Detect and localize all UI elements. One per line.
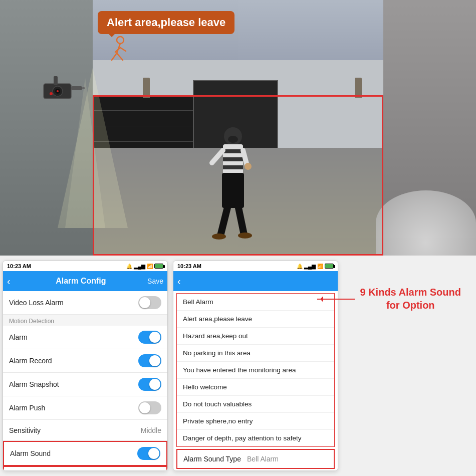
status-icons-left: 🔔 ▂▄▆ 📶: [126, 264, 163, 269]
running-person-icon: [98, 34, 133, 69]
settings-list-left: Video Loss Alarm Motion Detection Alarm …: [3, 291, 167, 470]
svg-line-24: [112, 53, 117, 60]
alert-speech-bubble: Alert area,please leave: [98, 11, 234, 34]
svg-rect-13: [223, 165, 243, 169]
svg-rect-6: [82, 87, 85, 89]
annotation-text-line2: for Option: [360, 299, 461, 312]
time-left: 10:23 AM: [7, 263, 31, 269]
toggle-knob: [139, 297, 150, 308]
alarm-push-toggle[interactable]: [138, 401, 161, 414]
svg-line-15: [243, 150, 247, 165]
status-bar-left: 10:23 AM 🔔 ▂▄▆ 📶: [3, 261, 167, 271]
nav-title-left: Alarm Config: [15, 277, 147, 286]
toggle-knob: [149, 332, 160, 343]
battery-icon-left: [154, 264, 163, 269]
annotation-text-line1: 9 Kinds Alarm Sound: [360, 286, 461, 299]
wall-light-right-icon: [355, 78, 362, 98]
dropdown-item-0[interactable]: Bell Alarm: [177, 294, 334, 311]
nav-bar-left: ‹ Alarm Config Save: [3, 271, 167, 291]
alarm-snapshot-row: Alarm Snapshot: [3, 373, 167, 396]
alarm-row: Alarm: [3, 326, 167, 349]
save-button-left[interactable]: Save: [147, 277, 163, 285]
signal-bars: ▂▄▆: [134, 264, 145, 269]
annotation-arrow: [317, 299, 355, 300]
sensitivity-label: Sensitivity: [9, 426, 41, 434]
sensitivity-value: Middle: [141, 426, 161, 434]
alarm-sound-row: Alarm Sound: [3, 441, 167, 466]
dropdown-item-6[interactable]: Do not touch valuables: [177, 396, 334, 413]
svg-point-20: [238, 232, 252, 239]
svg-point-22: [117, 37, 124, 44]
dropdown-item-7[interactable]: Private sphere,no entry: [177, 413, 334, 430]
camera-icon: [41, 76, 86, 104]
toggle-knob: [149, 379, 160, 390]
toggle-knob: [148, 448, 159, 459]
back-button-left[interactable]: ‹: [7, 276, 11, 287]
annotation-box: 9 Kinds Alarm Sound for Option: [360, 286, 461, 312]
alarm-snapshot-label: Alarm Snapshot: [9, 380, 59, 388]
dropdown-item-8[interactable]: Danger of depth, pay attention to safety: [177, 430, 334, 446]
alarm-push-label: Alarm Push: [9, 404, 45, 412]
svg-line-14: [212, 150, 223, 163]
sensitivity-row: Sensitivity Middle: [3, 420, 167, 441]
alarm-sound-type-footer-label: Alarm Sound Type: [183, 455, 241, 463]
status-icons-right: 🔔 ▂▄▆ 📶: [297, 264, 334, 269]
bottom-section: 10:23 AM 🔔 ▂▄▆ 📶 ‹ Alarm Config Save Vid…: [0, 256, 476, 476]
dropdown-list: Bell Alarm Alert area,please leave Hazar…: [176, 293, 335, 447]
svg-point-19: [212, 233, 226, 240]
dropdown-overlay: Bell Alarm Alert area,please leave Hazar…: [173, 291, 338, 470]
svg-line-17: [220, 205, 228, 235]
dropdown-item-3[interactable]: No parking in this area: [177, 345, 334, 362]
svg-rect-16: [222, 173, 244, 208]
alarm-sound-toggle[interactable]: [137, 447, 160, 460]
alarm-sound-type-footer[interactable]: Alarm Sound Type Bell Alarm: [176, 449, 335, 469]
phone-right: 10:23 AM 🔔 ▂▄▆ 📶 ‹ Bell Alarm Alert area…: [173, 261, 338, 471]
alarm-push-row: Alarm Push: [3, 396, 167, 420]
video-loss-alarm-row: Video Loss Alarm: [3, 291, 167, 315]
time-right: 10:23 AM: [177, 263, 201, 269]
alarm-snapshot-toggle[interactable]: [138, 378, 161, 391]
video-loss-alarm-toggle[interactable]: [138, 296, 161, 309]
hero-section: Alert area,please leave: [0, 0, 476, 256]
alarm-sound-label: Alarm Sound: [10, 449, 51, 457]
alarm-toggle[interactable]: [138, 331, 161, 344]
wifi-icon: 📶: [147, 264, 153, 269]
alarm-icon: 🔔: [126, 264, 132, 269]
bushes-right: [376, 190, 476, 256]
dropdown-item-2[interactable]: Hazard area,keep out: [177, 328, 334, 345]
dropdown-item-4[interactable]: You have entered the monitoring area: [177, 362, 334, 379]
wall-light-left-icon: [143, 78, 150, 98]
svg-point-21: [245, 163, 252, 170]
toggle-knob: [139, 402, 150, 413]
alarm-icon-r: 🔔: [297, 264, 303, 269]
alarm-label: Alarm: [9, 333, 28, 341]
alarm-record-toggle[interactable]: [138, 354, 161, 367]
intruder-figure: [208, 125, 258, 241]
nav-bar-right: ‹: [173, 271, 338, 291]
battery-icon-right: [325, 264, 334, 269]
signal-bars-r: ▂▄▆: [304, 264, 316, 269]
video-loss-alarm-label: Video Loss Alarm: [9, 299, 64, 307]
svg-line-27: [120, 48, 126, 51]
svg-point-4: [50, 92, 53, 95]
alarm-sound-type-footer-value: Bell Alarm: [247, 455, 279, 463]
dropdown-item-5[interactable]: Hello welcome: [177, 379, 334, 396]
alarm-record-label: Alarm Record: [9, 357, 52, 365]
status-bar-right: 10:23 AM 🔔 ▂▄▆ 📶: [173, 261, 338, 271]
svg-rect-5: [71, 86, 82, 90]
alarm-record-row: Alarm Record: [3, 349, 167, 373]
toggle-knob: [149, 355, 160, 366]
svg-line-18: [238, 205, 244, 234]
wifi-icon-r: 📶: [317, 264, 323, 269]
svg-rect-7: [54, 76, 58, 85]
dropdown-item-1[interactable]: Alert area,please leave: [177, 311, 334, 328]
back-button-right[interactable]: ‹: [177, 276, 181, 287]
svg-point-3: [57, 90, 59, 92]
phone-left: 10:23 AM 🔔 ▂▄▆ 📶 ‹ Alarm Config Save Vid…: [3, 261, 168, 471]
svg-rect-12: [223, 157, 243, 161]
svg-line-25: [117, 53, 123, 60]
motion-detection-header: Motion Detection: [3, 315, 167, 326]
alarm-sound-type-row[interactable]: Alarm Sound Type Bell Alarm: [3, 466, 167, 470]
svg-rect-11: [223, 149, 243, 153]
svg-point-9: [228, 136, 238, 143]
